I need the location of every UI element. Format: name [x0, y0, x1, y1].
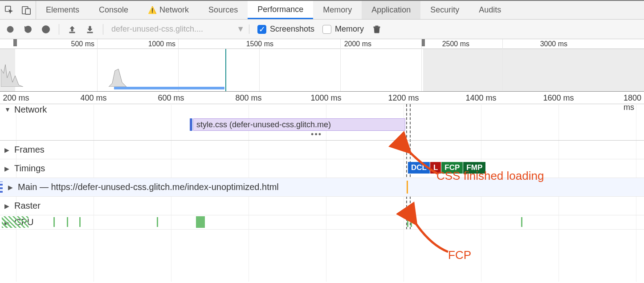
frames-track-header[interactable]: ▶ Frames — [0, 141, 644, 159]
tab-network[interactable]: ⚠️ Network — [138, 1, 199, 19]
reload-icon[interactable] — [23, 24, 33, 34]
profile-selector[interactable]: defer-unused-css.glitch.... ▼ — [111, 24, 249, 34]
chevron-down-icon: ▼ — [236, 24, 245, 34]
tab-application[interactable]: Application — [362, 1, 420, 19]
network-track-lane[interactable]: style.css (defer-unused-css.glitch.me) •… — [0, 115, 644, 141]
clear-icon[interactable] — [41, 24, 51, 34]
overview-marker — [225, 49, 226, 91]
main-track-header[interactable]: ▶ Main — https://defer-unused-css.glitch… — [0, 178, 644, 197]
gpu-activity — [2, 216, 29, 228]
disclosure-triangle-icon: ▶ — [4, 202, 11, 210]
gpu-activity — [67, 217, 68, 227]
timings-track-header[interactable]: ▶ Timings DCLLFCPFMP — [0, 159, 644, 178]
disclosure-triangle-icon: ▶ — [4, 146, 11, 154]
divider — [59, 24, 59, 35]
svg-rect-2 — [25, 8, 30, 14]
range-handle-left[interactable] — [13, 39, 17, 46]
overview-network-bar — [114, 87, 224, 89]
warning-icon: ⚠️ — [148, 6, 157, 14]
inspect-icon[interactable] — [4, 5, 14, 15]
tab-performance[interactable]: Performance — [248, 1, 313, 19]
network-track-header[interactable]: ▼ Network — [0, 104, 644, 115]
gpu-activity — [196, 216, 205, 228]
gpu-track-header[interactable]: ▶ GPU — [0, 215, 644, 230]
raster-track-header[interactable]: ▶ Raster — [0, 197, 644, 215]
performance-toolbar: defer-unused-css.glitch.... ▼ ✓ Screensh… — [0, 20, 644, 39]
checkbox-checked-icon: ✓ — [257, 25, 266, 34]
main-activity-strip — [0, 182, 3, 193]
overview-shade-right — [423, 49, 644, 91]
disclosure-triangle-icon: ▼ — [4, 106, 11, 113]
record-icon[interactable] — [5, 24, 15, 34]
gpu-activity — [79, 217, 81, 227]
cpu-spark — [1, 56, 23, 87]
arrow-icon — [412, 220, 452, 258]
gpu-activity — [407, 217, 408, 227]
overview-body[interactable] — [0, 49, 644, 92]
svg-rect-7 — [87, 32, 93, 33]
garbage-icon[interactable] — [372, 24, 382, 34]
divider — [103, 24, 103, 35]
disclosure-triangle-icon: ▶ — [4, 165, 11, 172]
gpu-activity — [521, 217, 522, 227]
disclosure-triangle-icon: ▶ — [8, 184, 14, 191]
devtools-panel-tabs: Elements Console ⚠️ Network Sources Perf… — [0, 1, 644, 20]
checkbox-icon — [322, 25, 331, 34]
range-handle-right[interactable] — [421, 39, 425, 46]
gpu-activity — [157, 217, 158, 227]
screenshots-checkbox[interactable]: ✓ Screenshots — [257, 24, 314, 34]
overview-ruler[interactable]: 500 ms 1000 ms 1500 ms 2000 ms 2500 ms 3… — [0, 39, 644, 49]
tab-audits[interactable]: Audits — [469, 1, 511, 19]
svg-rect-9 — [374, 27, 380, 28]
gpu-activity — [411, 217, 412, 227]
tab-memory[interactable]: Memory — [313, 1, 362, 19]
cpu-spark — [109, 67, 126, 87]
network-request-bar[interactable]: style.css (defer-unused-css.glitch.me) — [193, 118, 405, 131]
svg-rect-6 — [69, 32, 75, 33]
network-request-start — [190, 118, 192, 131]
flame-ruler[interactable]: 200 ms 400 ms 600 ms 800 ms 1000 ms 1200… — [0, 92, 644, 104]
download-icon[interactable] — [85, 24, 95, 34]
svg-point-3 — [7, 26, 13, 32]
arrow-icon — [406, 149, 442, 178]
tab-elements[interactable]: Elements — [36, 1, 89, 19]
gpu-activity — [53, 217, 55, 227]
tab-security[interactable]: Security — [420, 1, 469, 19]
upload-icon[interactable] — [67, 24, 77, 34]
memory-checkbox[interactable]: Memory — [322, 24, 364, 34]
device-toggle-icon[interactable] — [21, 5, 31, 15]
annotation-css-finished: CSS finished loading — [436, 169, 544, 183]
tab-console[interactable]: Console — [89, 1, 138, 19]
tab-left-controls — [0, 1, 36, 19]
tracks-container: ▼ Network style.css (defer-unused-css.gl… — [0, 104, 644, 230]
more-indicator: ••• — [311, 130, 322, 139]
tab-sources[interactable]: Sources — [199, 1, 248, 19]
main-marker — [407, 181, 408, 194]
